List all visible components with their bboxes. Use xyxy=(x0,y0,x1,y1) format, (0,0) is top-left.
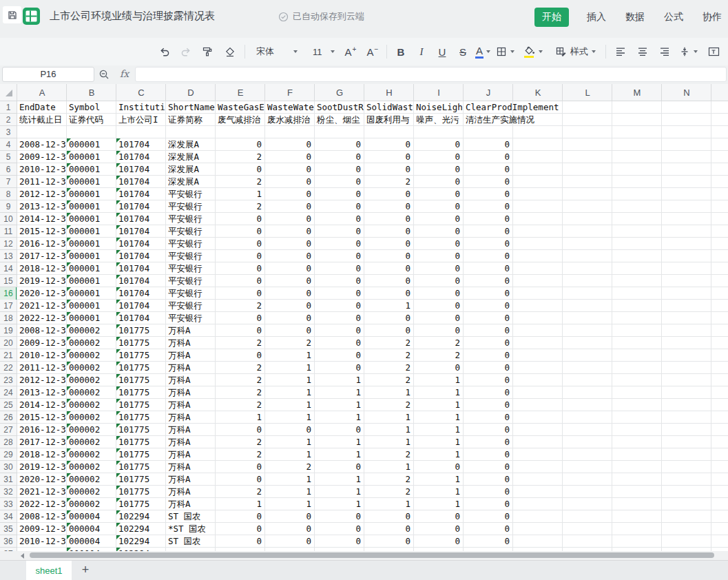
cell-B36[interactable]: 000004 xyxy=(67,535,116,548)
cell-D20[interactable]: 万科A xyxy=(166,337,216,349)
row-headers[interactable]: 1234567891011121314151617181920212223242… xyxy=(0,101,17,551)
cell-I14[interactable]: 0 xyxy=(414,262,464,275)
cell-A16[interactable]: 2020-12-3 xyxy=(17,287,67,300)
cell-F9[interactable]: 0 xyxy=(265,200,315,213)
cell-J18[interactable]: 0 xyxy=(464,312,513,324)
cell-I23[interactable]: 1 xyxy=(414,374,464,386)
cell-F33[interactable]: 1 xyxy=(265,498,315,510)
cell-C22[interactable]: 101775 xyxy=(116,362,166,374)
cell-H25[interactable]: 2 xyxy=(364,399,414,411)
cell-H29[interactable]: 2 xyxy=(364,448,414,461)
cell-A27[interactable]: 2016-12-3 xyxy=(17,424,67,436)
cell-C26[interactable]: 101775 xyxy=(116,411,166,424)
cell-B27[interactable]: 000002 xyxy=(67,424,116,436)
cell-E25[interactable]: 2 xyxy=(216,399,265,411)
menu-tab-start[interactable]: 开始 xyxy=(534,8,569,27)
cell-F20[interactable]: 2 xyxy=(265,337,315,349)
cell-I15[interactable]: 0 xyxy=(414,275,464,287)
cell-F31[interactable]: 1 xyxy=(265,473,315,486)
cell-D33[interactable]: 万科A xyxy=(166,498,216,510)
cell-B1[interactable]: Symbol xyxy=(67,101,116,114)
cell-F11[interactable]: 0 xyxy=(265,225,315,238)
cell-I22[interactable]: 0 xyxy=(414,362,464,374)
cell-E6[interactable]: 0 xyxy=(216,163,265,176)
cell-J28[interactable]: 0 xyxy=(464,436,513,448)
cell-C31[interactable]: 101775 xyxy=(116,473,166,486)
cell-E20[interactable]: 2 xyxy=(216,337,265,349)
cell-H30[interactable]: 1 xyxy=(364,461,414,473)
cell-E27[interactable]: 0 xyxy=(216,424,265,436)
cell-C21[interactable]: 101775 xyxy=(116,349,166,362)
row-header-9[interactable]: 9 xyxy=(0,200,17,213)
cell-B10[interactable]: 000001 xyxy=(67,213,116,225)
cell-E30[interactable]: 0 xyxy=(216,461,265,473)
cell-A14[interactable]: 2018-12-3 xyxy=(17,262,67,275)
row-header-24[interactable]: 24 xyxy=(0,386,17,399)
cell-D18[interactable]: 平安银行 xyxy=(166,312,216,324)
cell-D23[interactable]: 万科A xyxy=(166,374,216,386)
cell-I27[interactable]: 1 xyxy=(414,424,464,436)
cell-J13[interactable]: 0 xyxy=(464,250,513,262)
row-header-36[interactable]: 36 xyxy=(0,535,17,548)
cell-G29[interactable]: 1 xyxy=(315,448,364,461)
cell-A17[interactable]: 2021-12-3 xyxy=(17,300,67,312)
cell-I17[interactable]: 0 xyxy=(414,300,464,312)
cell-I5[interactable]: 0 xyxy=(414,151,464,163)
cell-A5[interactable]: 2009-12-3 xyxy=(17,151,67,163)
cell-H20[interactable]: 2 xyxy=(364,337,414,349)
cell-J30[interactable]: 0 xyxy=(464,461,513,473)
cell-F8[interactable]: 0 xyxy=(265,188,315,200)
column-header-F[interactable]: F xyxy=(265,84,315,101)
cell-G35[interactable]: 0 xyxy=(315,523,364,535)
cell-E28[interactable]: 2 xyxy=(216,436,265,448)
formula-input[interactable] xyxy=(135,67,727,82)
column-header-I[interactable]: I xyxy=(414,84,464,101)
cell-C27[interactable]: 101775 xyxy=(116,424,166,436)
fill-color-button[interactable] xyxy=(521,43,545,61)
cell-I6[interactable]: 0 xyxy=(414,163,464,176)
cell-J15[interactable]: 0 xyxy=(464,275,513,287)
menu-tab-data[interactable]: 数据 xyxy=(624,8,646,27)
cell-H12[interactable]: 0 xyxy=(364,238,414,250)
row-header-35[interactable]: 35 xyxy=(0,523,17,535)
strikethrough-button[interactable]: S xyxy=(453,43,473,61)
cell-I36[interactable]: 0 xyxy=(414,535,464,548)
cell-E33[interactable]: 1 xyxy=(216,498,265,510)
cell-C19[interactable]: 101775 xyxy=(116,324,166,337)
cell-F34[interactable]: 0 xyxy=(265,510,315,523)
cell-B33[interactable]: 000002 xyxy=(67,498,116,510)
row-header-32[interactable]: 32 xyxy=(0,486,17,498)
cell-B28[interactable]: 000002 xyxy=(67,436,116,448)
row-header-25[interactable]: 25 xyxy=(0,399,17,411)
cell-H21[interactable]: 2 xyxy=(364,349,414,362)
cell-D11[interactable]: 平安银行 xyxy=(166,225,216,238)
cell-F27[interactable]: 0 xyxy=(265,424,315,436)
cell-E34[interactable]: 0 xyxy=(216,510,265,523)
cell-A30[interactable]: 2019-12-3 xyxy=(17,461,67,473)
column-header-C[interactable]: C xyxy=(116,84,166,101)
insert-function-fx-icon[interactable]: fx xyxy=(120,68,129,79)
cell-C20[interactable]: 101775 xyxy=(116,337,166,349)
cell-G24[interactable]: 1 xyxy=(315,386,364,399)
cell-A19[interactable]: 2008-12-3 xyxy=(17,324,67,337)
cell-G1[interactable]: SootDustR xyxy=(315,101,364,114)
cell-J14[interactable]: 0 xyxy=(464,262,513,275)
row-header-14[interactable]: 14 xyxy=(0,262,17,275)
cell-B18[interactable]: 000001 xyxy=(67,312,116,324)
row-header-34[interactable]: 34 xyxy=(0,510,17,523)
cell-H35[interactable]: 0 xyxy=(364,523,414,535)
cell-F17[interactable]: 0 xyxy=(265,300,315,312)
cell-D28[interactable]: 万科A xyxy=(166,436,216,448)
cell-B11[interactable]: 000001 xyxy=(67,225,116,238)
cell-I25[interactable]: 1 xyxy=(414,399,464,411)
cell-A4[interactable]: 2008-12-3 xyxy=(17,138,67,151)
cell-J26[interactable]: 0 xyxy=(464,411,513,424)
cell-E10[interactable]: 0 xyxy=(216,213,265,225)
cell-F30[interactable]: 2 xyxy=(265,461,315,473)
cell-C5[interactable]: 101704 xyxy=(116,151,166,163)
row-header-26[interactable]: 26 xyxy=(0,411,17,424)
save-button[interactable] xyxy=(3,6,21,23)
cell-G25[interactable]: 1 xyxy=(315,399,364,411)
cell-H27[interactable]: 1 xyxy=(364,424,414,436)
row-header-5[interactable]: 5 xyxy=(0,151,17,163)
